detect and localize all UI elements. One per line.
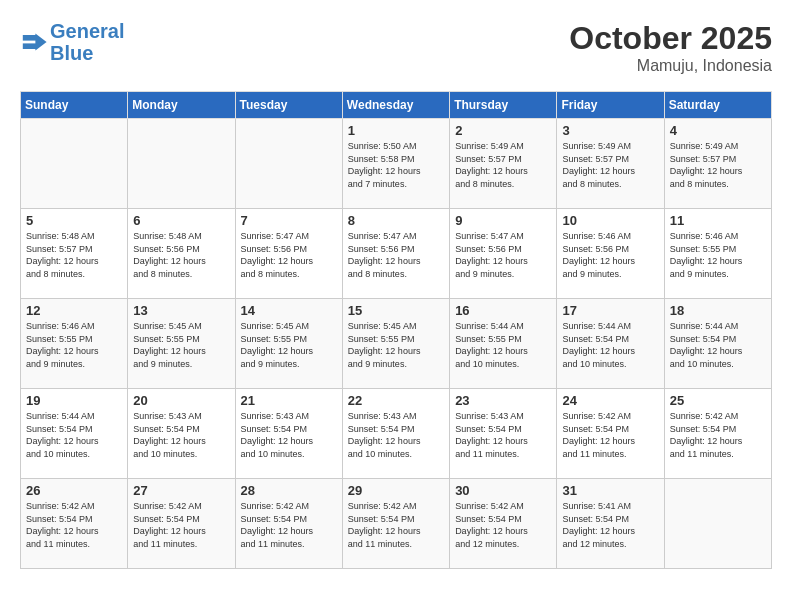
day-number: 25 bbox=[670, 393, 766, 408]
day-info: Sunrise: 5:50 AM Sunset: 5:58 PM Dayligh… bbox=[348, 140, 444, 190]
day-number: 2 bbox=[455, 123, 551, 138]
calendar-cell: 16Sunrise: 5:44 AM Sunset: 5:55 PM Dayli… bbox=[450, 299, 557, 389]
day-info: Sunrise: 5:42 AM Sunset: 5:54 PM Dayligh… bbox=[26, 500, 122, 550]
weekday-header-sunday: Sunday bbox=[21, 92, 128, 119]
day-number: 26 bbox=[26, 483, 122, 498]
weekday-header-tuesday: Tuesday bbox=[235, 92, 342, 119]
calendar-cell: 15Sunrise: 5:45 AM Sunset: 5:55 PM Dayli… bbox=[342, 299, 449, 389]
day-number: 10 bbox=[562, 213, 658, 228]
logo-line2: Blue bbox=[50, 42, 93, 64]
weekday-header-monday: Monday bbox=[128, 92, 235, 119]
calendar-table: SundayMondayTuesdayWednesdayThursdayFrid… bbox=[20, 91, 772, 569]
svg-rect-3 bbox=[23, 43, 37, 49]
day-number: 5 bbox=[26, 213, 122, 228]
logo: General Blue bbox=[20, 20, 124, 64]
day-info: Sunrise: 5:47 AM Sunset: 5:56 PM Dayligh… bbox=[455, 230, 551, 280]
day-number: 12 bbox=[26, 303, 122, 318]
day-number: 23 bbox=[455, 393, 551, 408]
day-number: 29 bbox=[348, 483, 444, 498]
calendar-cell: 30Sunrise: 5:42 AM Sunset: 5:54 PM Dayli… bbox=[450, 479, 557, 569]
day-info: Sunrise: 5:46 AM Sunset: 5:56 PM Dayligh… bbox=[562, 230, 658, 280]
day-number: 19 bbox=[26, 393, 122, 408]
title-block: October 2025 Mamuju, Indonesia bbox=[569, 20, 772, 75]
day-number: 7 bbox=[241, 213, 337, 228]
day-info: Sunrise: 5:48 AM Sunset: 5:56 PM Dayligh… bbox=[133, 230, 229, 280]
calendar-week-2: 5Sunrise: 5:48 AM Sunset: 5:57 PM Daylig… bbox=[21, 209, 772, 299]
calendar-cell: 25Sunrise: 5:42 AM Sunset: 5:54 PM Dayli… bbox=[664, 389, 771, 479]
day-number: 20 bbox=[133, 393, 229, 408]
calendar-cell: 22Sunrise: 5:43 AM Sunset: 5:54 PM Dayli… bbox=[342, 389, 449, 479]
calendar-cell: 20Sunrise: 5:43 AM Sunset: 5:54 PM Dayli… bbox=[128, 389, 235, 479]
day-info: Sunrise: 5:47 AM Sunset: 5:56 PM Dayligh… bbox=[348, 230, 444, 280]
day-number: 21 bbox=[241, 393, 337, 408]
day-info: Sunrise: 5:42 AM Sunset: 5:54 PM Dayligh… bbox=[348, 500, 444, 550]
day-number: 31 bbox=[562, 483, 658, 498]
day-info: Sunrise: 5:45 AM Sunset: 5:55 PM Dayligh… bbox=[241, 320, 337, 370]
calendar-cell: 7Sunrise: 5:47 AM Sunset: 5:56 PM Daylig… bbox=[235, 209, 342, 299]
calendar-cell: 29Sunrise: 5:42 AM Sunset: 5:54 PM Dayli… bbox=[342, 479, 449, 569]
calendar-cell: 18Sunrise: 5:44 AM Sunset: 5:54 PM Dayli… bbox=[664, 299, 771, 389]
calendar-cell: 2Sunrise: 5:49 AM Sunset: 5:57 PM Daylig… bbox=[450, 119, 557, 209]
day-number: 14 bbox=[241, 303, 337, 318]
day-info: Sunrise: 5:42 AM Sunset: 5:54 PM Dayligh… bbox=[670, 410, 766, 460]
day-info: Sunrise: 5:48 AM Sunset: 5:57 PM Dayligh… bbox=[26, 230, 122, 280]
calendar-cell: 1Sunrise: 5:50 AM Sunset: 5:58 PM Daylig… bbox=[342, 119, 449, 209]
day-info: Sunrise: 5:42 AM Sunset: 5:54 PM Dayligh… bbox=[455, 500, 551, 550]
calendar-cell: 3Sunrise: 5:49 AM Sunset: 5:57 PM Daylig… bbox=[557, 119, 664, 209]
calendar-cell: 31Sunrise: 5:41 AM Sunset: 5:54 PM Dayli… bbox=[557, 479, 664, 569]
day-info: Sunrise: 5:45 AM Sunset: 5:55 PM Dayligh… bbox=[348, 320, 444, 370]
day-number: 6 bbox=[133, 213, 229, 228]
day-number: 27 bbox=[133, 483, 229, 498]
calendar-cell: 10Sunrise: 5:46 AM Sunset: 5:56 PM Dayli… bbox=[557, 209, 664, 299]
calendar-week-1: 1Sunrise: 5:50 AM Sunset: 5:58 PM Daylig… bbox=[21, 119, 772, 209]
day-info: Sunrise: 5:44 AM Sunset: 5:54 PM Dayligh… bbox=[670, 320, 766, 370]
calendar-cell: 13Sunrise: 5:45 AM Sunset: 5:55 PM Dayli… bbox=[128, 299, 235, 389]
day-number: 1 bbox=[348, 123, 444, 138]
day-info: Sunrise: 5:43 AM Sunset: 5:54 PM Dayligh… bbox=[133, 410, 229, 460]
calendar-cell: 28Sunrise: 5:42 AM Sunset: 5:54 PM Dayli… bbox=[235, 479, 342, 569]
day-number: 3 bbox=[562, 123, 658, 138]
day-number: 4 bbox=[670, 123, 766, 138]
day-number: 8 bbox=[348, 213, 444, 228]
day-info: Sunrise: 5:41 AM Sunset: 5:54 PM Dayligh… bbox=[562, 500, 658, 550]
day-number: 16 bbox=[455, 303, 551, 318]
calendar-header-row: SundayMondayTuesdayWednesdayThursdayFrid… bbox=[21, 92, 772, 119]
calendar-cell: 9Sunrise: 5:47 AM Sunset: 5:56 PM Daylig… bbox=[450, 209, 557, 299]
day-number: 28 bbox=[241, 483, 337, 498]
day-info: Sunrise: 5:42 AM Sunset: 5:54 PM Dayligh… bbox=[133, 500, 229, 550]
day-number: 24 bbox=[562, 393, 658, 408]
calendar-week-4: 19Sunrise: 5:44 AM Sunset: 5:54 PM Dayli… bbox=[21, 389, 772, 479]
day-number: 18 bbox=[670, 303, 766, 318]
calendar-cell: 24Sunrise: 5:42 AM Sunset: 5:54 PM Dayli… bbox=[557, 389, 664, 479]
calendar-cell: 17Sunrise: 5:44 AM Sunset: 5:54 PM Dayli… bbox=[557, 299, 664, 389]
day-info: Sunrise: 5:43 AM Sunset: 5:54 PM Dayligh… bbox=[241, 410, 337, 460]
calendar-cell: 12Sunrise: 5:46 AM Sunset: 5:55 PM Dayli… bbox=[21, 299, 128, 389]
day-info: Sunrise: 5:44 AM Sunset: 5:55 PM Dayligh… bbox=[455, 320, 551, 370]
calendar-cell bbox=[664, 479, 771, 569]
calendar-cell: 26Sunrise: 5:42 AM Sunset: 5:54 PM Dayli… bbox=[21, 479, 128, 569]
weekday-header-thursday: Thursday bbox=[450, 92, 557, 119]
month-title: October 2025 bbox=[569, 20, 772, 57]
calendar-week-3: 12Sunrise: 5:46 AM Sunset: 5:55 PM Dayli… bbox=[21, 299, 772, 389]
calendar-cell: 6Sunrise: 5:48 AM Sunset: 5:56 PM Daylig… bbox=[128, 209, 235, 299]
day-number: 13 bbox=[133, 303, 229, 318]
day-info: Sunrise: 5:45 AM Sunset: 5:55 PM Dayligh… bbox=[133, 320, 229, 370]
day-info: Sunrise: 5:44 AM Sunset: 5:54 PM Dayligh… bbox=[562, 320, 658, 370]
day-number: 22 bbox=[348, 393, 444, 408]
weekday-header-friday: Friday bbox=[557, 92, 664, 119]
day-info: Sunrise: 5:49 AM Sunset: 5:57 PM Dayligh… bbox=[455, 140, 551, 190]
calendar-body: 1Sunrise: 5:50 AM Sunset: 5:58 PM Daylig… bbox=[21, 119, 772, 569]
day-info: Sunrise: 5:44 AM Sunset: 5:54 PM Dayligh… bbox=[26, 410, 122, 460]
calendar-cell: 23Sunrise: 5:43 AM Sunset: 5:54 PM Dayli… bbox=[450, 389, 557, 479]
calendar-cell: 5Sunrise: 5:48 AM Sunset: 5:57 PM Daylig… bbox=[21, 209, 128, 299]
day-info: Sunrise: 5:42 AM Sunset: 5:54 PM Dayligh… bbox=[241, 500, 337, 550]
day-number: 17 bbox=[562, 303, 658, 318]
weekday-header-saturday: Saturday bbox=[664, 92, 771, 119]
day-number: 11 bbox=[670, 213, 766, 228]
day-number: 15 bbox=[348, 303, 444, 318]
day-info: Sunrise: 5:49 AM Sunset: 5:57 PM Dayligh… bbox=[670, 140, 766, 190]
day-info: Sunrise: 5:46 AM Sunset: 5:55 PM Dayligh… bbox=[26, 320, 122, 370]
day-number: 9 bbox=[455, 213, 551, 228]
location: Mamuju, Indonesia bbox=[569, 57, 772, 75]
day-info: Sunrise: 5:47 AM Sunset: 5:56 PM Dayligh… bbox=[241, 230, 337, 280]
